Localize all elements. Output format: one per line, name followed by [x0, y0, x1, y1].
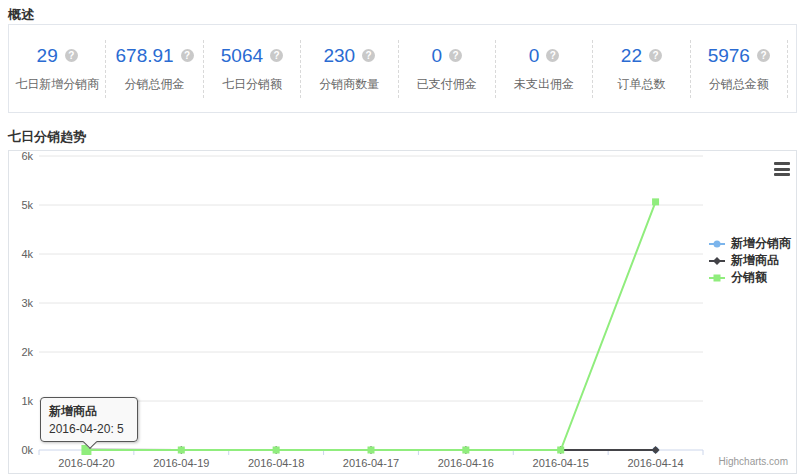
x-axis-label: 2016-04-19: [153, 457, 209, 469]
x-axis-label: 2016-04-15: [533, 457, 589, 469]
distribution-dashboard: 概述 29?七日新增分销商678.91?分销总佣金5064?七日分销额230?分…: [0, 0, 806, 476]
chart-tooltip: 新增商品 2016-04-20: 5: [40, 397, 138, 442]
trend-chart: 0k1k2k3k4k5k6k2016-04-202016-04-192016-0…: [8, 150, 797, 474]
stat-value: 5976: [708, 45, 750, 67]
stat-value: 5064: [221, 45, 263, 67]
chart-export-menu-button[interactable]: [774, 162, 790, 176]
stat-label: 未支出佣金: [514, 76, 574, 93]
stat-item-1: 678.91?分销总佣金: [106, 40, 203, 98]
help-icon[interactable]: ?: [181, 49, 194, 62]
y-axis-label: 3k: [21, 297, 33, 309]
help-icon[interactable]: ?: [65, 49, 78, 62]
legend-marker-icon: [707, 255, 727, 267]
help-icon[interactable]: ?: [546, 49, 559, 62]
x-axis-label: 2016-04-18: [248, 457, 304, 469]
hamburger-icon: [774, 173, 790, 176]
trend-section-title: 七日分销趋势: [8, 128, 86, 146]
stat-value: 678.91: [116, 45, 174, 67]
y-axis-label: 4k: [21, 248, 33, 260]
stat-value: 22: [621, 45, 642, 67]
legend-item-0[interactable]: 新增分销商: [707, 235, 791, 252]
data-point-marker[interactable]: [652, 198, 659, 205]
help-icon[interactable]: ?: [757, 49, 770, 62]
help-icon[interactable]: ?: [649, 49, 662, 62]
x-axis-label: 2016-04-17: [343, 457, 399, 469]
stat-label: 分销总佣金: [125, 76, 185, 93]
hamburger-icon: [774, 162, 790, 165]
y-axis-label: 6k: [21, 151, 33, 162]
legend-marker-icon: [707, 272, 727, 284]
data-point-marker[interactable]: [368, 447, 375, 454]
y-axis-label: 0k: [21, 444, 33, 456]
stat-item-0: 29?七日新增分销商: [9, 40, 106, 98]
y-axis-label: 2k: [21, 346, 33, 358]
legend-label: 新增商品: [731, 252, 779, 269]
stat-label: 已支付佣金: [417, 76, 477, 93]
help-icon[interactable]: ?: [449, 49, 462, 62]
highcharts-credit-link[interactable]: Highcharts.com: [719, 456, 788, 467]
tooltip-value: 2016-04-20: 5: [49, 422, 129, 436]
stat-value: 0: [431, 45, 442, 67]
data-point-marker[interactable]: [557, 447, 564, 454]
stat-item-4: 0?已支付佣金: [399, 40, 496, 98]
help-icon[interactable]: ?: [270, 49, 283, 62]
data-point-marker[interactable]: [652, 446, 660, 454]
stat-label: 七日分销额: [222, 76, 282, 93]
data-point-marker[interactable]: [178, 447, 185, 454]
stat-label: 七日新增分销商: [15, 76, 99, 93]
x-axis-label: 2016-04-16: [438, 457, 494, 469]
tooltip-series-name: 新增商品: [49, 403, 129, 420]
y-axis-label: 1k: [21, 395, 33, 407]
x-axis-label: 2016-04-14: [627, 457, 683, 469]
stat-item-2: 5064?七日分销额: [204, 40, 301, 98]
y-axis-label: 5k: [21, 199, 33, 211]
stat-label: 订单总数: [617, 76, 665, 93]
stat-item-5: 0?未支出佣金: [496, 40, 593, 98]
stat-item-6: 22?订单总数: [593, 40, 690, 98]
stat-label: 分销总金额: [709, 76, 769, 93]
stat-value: 230: [323, 45, 355, 67]
stat-label: 分销商数量: [319, 76, 379, 93]
x-axis-label: 2016-04-20: [58, 457, 114, 469]
legend-label: 新增分销商: [731, 235, 791, 252]
legend-marker-icon: [707, 238, 727, 250]
data-point-marker[interactable]: [462, 447, 469, 454]
chart-legend: 新增分销商新增商品分销额: [707, 235, 791, 286]
hamburger-icon: [774, 168, 790, 171]
stat-value: 29: [37, 45, 58, 67]
legend-item-1[interactable]: 新增商品: [707, 252, 791, 269]
legend-item-2[interactable]: 分销额: [707, 269, 791, 286]
help-icon[interactable]: ?: [362, 49, 375, 62]
legend-label: 分销额: [731, 269, 767, 286]
overview-section-title: 概述: [8, 6, 34, 24]
stat-item-3: 230?分销商数量: [301, 40, 398, 98]
stat-value: 0: [529, 45, 540, 67]
stat-item-7: 5976?分销总金额: [691, 40, 788, 98]
series-line-2: [86, 202, 655, 450]
overview-stats-panel: 29?七日新增分销商678.91?分销总佣金5064?七日分销额230?分销商数…: [8, 24, 797, 113]
data-point-marker[interactable]: [273, 447, 280, 454]
